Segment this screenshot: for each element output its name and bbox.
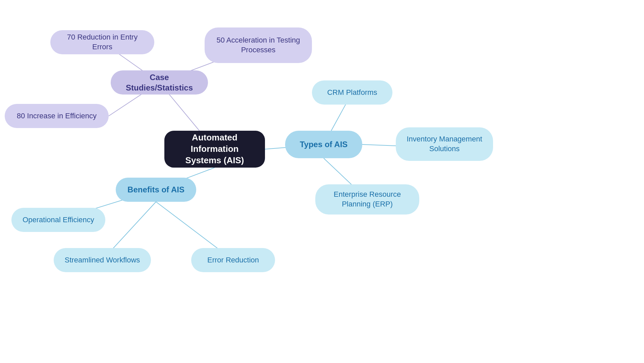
svg-line-10 bbox=[362, 144, 396, 146]
error-reduction-node[interactable]: Error Reduction bbox=[191, 248, 275, 272]
center-node[interactable]: Automated Information Systems (AIS) bbox=[164, 131, 265, 168]
crm-node[interactable]: CRM Platforms bbox=[312, 80, 392, 105]
efficiency-increase-node[interactable]: 80 Increase in Efficiency bbox=[5, 104, 109, 128]
reduction-errors-node[interactable]: 70 Reduction in Entry Errors bbox=[50, 30, 154, 54]
operational-node[interactable]: Operational Efficiency bbox=[11, 208, 105, 232]
connections-svg bbox=[0, 0, 644, 363]
case-studies-node[interactable]: Case Studies/Statistics bbox=[111, 70, 208, 95]
inventory-node[interactable]: Inventory Management Solutions bbox=[396, 127, 493, 161]
erp-node[interactable]: Enterprise Resource Planning (ERP) bbox=[315, 184, 419, 215]
mind-map: Automated Information Systems (AIS) Case… bbox=[0, 0, 644, 363]
streamlined-node[interactable]: Streamlined Workflows bbox=[54, 248, 151, 272]
acceleration-node[interactable]: 50 Acceleration in Testing Processes bbox=[205, 27, 312, 63]
types-node[interactable]: Types of AIS bbox=[285, 131, 362, 158]
benefits-node[interactable]: Benefits of AIS bbox=[116, 178, 196, 202]
